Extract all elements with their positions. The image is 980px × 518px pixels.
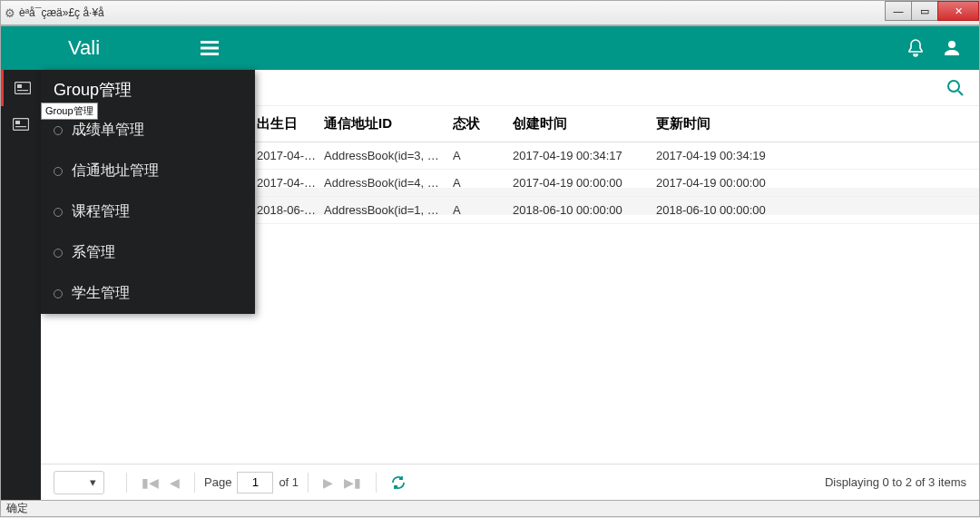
search-icon	[946, 79, 965, 97]
sidebar: Group管理 Group管理 成绩单管理 信通地址管理 课程管理 系管理 学生…	[1, 70, 41, 500]
flyout-item-address[interactable]: 信通地址管理	[41, 151, 255, 191]
cell-status: A	[453, 203, 513, 217]
svg-rect-2	[17, 90, 28, 91]
refresh-button[interactable]	[386, 475, 411, 490]
cell-updated: 2017-04-19 00:00:00	[656, 176, 799, 190]
next-page-button[interactable]: ▶	[318, 475, 338, 490]
cell-birth: 2018-06-0...	[255, 203, 324, 217]
display-info: Displaying 0 to 2 of 3 items	[825, 475, 966, 489]
svg-rect-1	[17, 84, 22, 88]
refresh-icon	[391, 475, 406, 490]
cell-created: 2018-06-10 00:00:00	[513, 203, 656, 217]
card-icon	[15, 82, 31, 94]
hamburger-icon	[201, 41, 219, 55]
window-title: èªå¯çæä»£ç å·¥å	[19, 6, 104, 19]
of-label: of	[279, 475, 289, 489]
cell-created: 2017-04-19 00:34:17	[513, 149, 656, 162]
search-button[interactable]	[946, 79, 965, 97]
cell-birth: 2017-04-0...	[255, 176, 324, 190]
col-header-birth[interactable]: 出生日	[255, 115, 324, 132]
flyout-item-dept[interactable]: 系管理	[41, 232, 255, 273]
menu-toggle-button[interactable]	[191, 41, 228, 55]
user-menu-button[interactable]	[934, 39, 970, 57]
page-label: Page	[204, 475, 231, 489]
col-header-updated[interactable]: 更新时间	[656, 115, 799, 132]
circle-icon	[54, 289, 63, 298]
flyout-item-label: 系管理	[72, 243, 115, 262]
window-titlebar: ⚙ èªå¯çæä»£ç å·¥å — ▭ ✕	[0, 0, 980, 25]
page-input[interactable]	[237, 472, 273, 494]
col-header-status[interactable]: 态状	[453, 115, 513, 132]
flyout-item-label: 学生管理	[72, 284, 130, 303]
svg-point-6	[948, 81, 959, 92]
circle-icon	[54, 208, 63, 217]
cell-status: A	[453, 176, 513, 190]
minimize-button[interactable]: —	[885, 1, 912, 21]
cell-updated: 2017-04-19 00:34:19	[656, 149, 799, 162]
sidebar-item-2[interactable]	[1, 106, 41, 142]
page-size-select[interactable]: ▾	[54, 471, 104, 494]
flyout-item-label: 成绩单管理	[72, 121, 144, 140]
col-header-addr[interactable]: 通信地址ID	[324, 115, 453, 132]
svg-rect-4	[15, 121, 20, 124]
cell-status: A	[453, 149, 513, 162]
first-page-button[interactable]: ▮◀	[136, 475, 164, 490]
flyout-item-label: 课程管理	[72, 202, 130, 221]
sidebar-flyout: Group管理 Group管理 成绩单管理 信通地址管理 课程管理 系管理 学生…	[41, 70, 255, 314]
col-header-created[interactable]: 创建时间	[513, 115, 656, 132]
window-status-bar: 确定	[0, 501, 980, 517]
close-button[interactable]: ✕	[937, 1, 979, 21]
flyout-item-student[interactable]: 学生管理	[41, 273, 255, 314]
cell-created: 2017-04-19 00:00:00	[513, 176, 656, 190]
last-page-button[interactable]: ▶▮	[338, 475, 367, 490]
circle-icon	[54, 249, 63, 258]
topbar: Vali	[1, 26, 979, 70]
cell-addr: AddressBook(id=4, mo...	[324, 176, 453, 190]
total-pages: 1	[292, 475, 299, 489]
user-icon	[943, 39, 961, 57]
tooltip: Group管理	[41, 103, 98, 120]
circle-icon	[54, 167, 63, 176]
svg-rect-5	[15, 126, 26, 127]
card-icon	[13, 118, 29, 131]
cell-addr: AddressBook(id=3, mo...	[324, 149, 453, 162]
circle-icon	[54, 126, 63, 135]
cell-addr: AddressBook(id=1, mo...	[324, 203, 453, 217]
prev-page-button[interactable]: ◀	[164, 475, 185, 490]
flyout-item-course[interactable]: 课程管理	[41, 191, 255, 232]
sidebar-item-group[interactable]	[1, 70, 41, 106]
status-text: 确定	[6, 501, 28, 516]
cell-birth: 2017-04-1...	[255, 149, 324, 162]
brand: Vali	[1, 26, 191, 70]
maximize-button[interactable]: ▭	[911, 1, 938, 21]
notifications-button[interactable]	[897, 38, 934, 58]
cell-updated: 2018-06-10 00:00:00	[656, 203, 799, 217]
bell-icon	[906, 38, 925, 58]
pager: ▾ ▮◀ ◀ Page of 1 ▶ ▶▮ Displaying 0 to 2 …	[41, 464, 979, 500]
flyout-item-label: 信通地址管理	[72, 161, 159, 181]
gear-icon: ⚙	[5, 6, 15, 20]
